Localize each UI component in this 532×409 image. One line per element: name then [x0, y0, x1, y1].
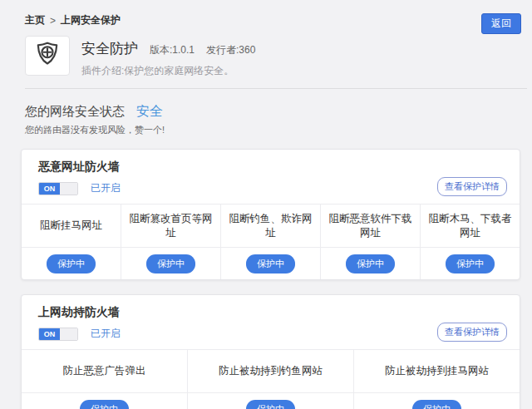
card-malicious-url-firewall: 恶意网址防火墙 ON 已开启 查看保护详情 阻断挂马网址 保护中 阻断篡改首页等… [21, 149, 520, 280]
plugin-title: 安全防护 [81, 39, 138, 58]
protection-label: 阻断挂马网址 [22, 204, 121, 248]
card-title: 上网劫持防火墙 [38, 305, 503, 320]
breadcrumb-current: 上网安全保护 [61, 13, 121, 27]
card-hijack-firewall: 上网劫持防火墙 ON 已开启 查看保护详情 防止恶意广告弹出 保护中 防止被劫持… [21, 294, 520, 409]
protecting-status-badge[interactable]: 保护中 [246, 254, 295, 273]
shield-plus-icon [33, 40, 62, 71]
protection-label: 阻断钓鱼、欺诈网址 [221, 204, 320, 248]
protection-cell: 阻断挂马网址 保护中 [22, 204, 121, 279]
protection-label: 防止被劫持到钓鱼网站 [188, 350, 353, 393]
protection-label: 防止恶意广告弹出 [22, 350, 187, 393]
protection-cell: 阻断木马、下载者网址 保护中 [420, 204, 520, 279]
security-status-label: 您的网络安全状态 [25, 104, 125, 120]
protection-cell: 防止恶意广告弹出 保护中 [22, 350, 187, 409]
protection-cell: 阻断篡改首页等网址 保护中 [121, 204, 220, 279]
protection-cell: 阻断恶意软件下载网址 保护中 [320, 204, 420, 279]
header-divider [25, 88, 527, 89]
protection-grid: 阻断挂马网址 保护中 阻断篡改首页等网址 保护中 阻断钓鱼、欺诈网址 保护中 阻… [22, 204, 520, 279]
protecting-status-badge[interactable]: 保护中 [412, 400, 461, 409]
protection-cell: 防止被劫持到挂马网站 保护中 [353, 350, 520, 409]
security-status-row: 您的网络安全状态 安全 [25, 103, 507, 121]
protection-label: 防止被劫持到挂马网站 [354, 350, 520, 393]
plugin-publisher: 发行者:360 [206, 43, 255, 57]
protection-label: 阻断篡改首页等网址 [121, 204, 220, 248]
protection-label: 阻断恶意软件下载网址 [321, 204, 420, 248]
toggle-track [60, 328, 77, 340]
protecting-status-badge[interactable]: 保护中 [346, 254, 395, 273]
protecting-status-badge[interactable]: 保护中 [80, 400, 129, 409]
firewall-toggle[interactable]: ON [38, 328, 78, 341]
plugin-icon-tile [25, 36, 70, 76]
protection-cell: 防止被劫持到钓鱼网站 保护中 [187, 350, 353, 409]
protecting-status-badge[interactable]: 保护中 [47, 254, 96, 273]
back-button[interactable]: 返回 [481, 13, 521, 34]
protecting-status-badge[interactable]: 保护中 [146, 254, 195, 273]
security-status-value: 安全 [136, 103, 163, 121]
plugin-version: 版本:1.0.1 [150, 43, 195, 57]
protection-cell: 阻断钓鱼、欺诈网址 保护中 [220, 204, 320, 279]
plugin-meta: 安全防护 版本:1.0.1 发行者:360 插件介绍:保护您的家庭网络安全。 [81, 36, 255, 78]
card-header: 上网劫持防火墙 ON 已开启 查看保护详情 [22, 295, 520, 349]
toggle-state-label: 已开启 [91, 327, 121, 341]
toggle-on-label: ON [39, 328, 60, 340]
breadcrumb-home[interactable]: 主页 [25, 13, 45, 27]
firewall-toggle[interactable]: ON [38, 182, 78, 195]
view-protection-details-button[interactable]: 查看保护详情 [437, 177, 507, 196]
plugin-header: 安全防护 版本:1.0.1 发行者:360 插件介绍:保护您的家庭网络安全。 [25, 36, 507, 78]
card-title: 恶意网址防火墙 [38, 160, 503, 175]
plugin-description: 插件介绍:保护您的家庭网络安全。 [81, 64, 255, 78]
toggle-on-label: ON [39, 183, 60, 195]
breadcrumb-separator: > [50, 15, 56, 27]
toggle-state-label: 已开启 [91, 181, 121, 195]
breadcrumb: 主页 > 上网安全保护 [0, 0, 532, 27]
protecting-status-badge[interactable]: 保护中 [246, 400, 295, 409]
protection-label: 阻断木马、下载者网址 [421, 204, 520, 248]
security-status-subtext: 您的路由器没有发现风险，赞一个! [25, 124, 507, 136]
view-protection-details-button[interactable]: 查看保护详情 [437, 323, 507, 342]
protecting-status-badge[interactable]: 保护中 [446, 254, 495, 273]
protection-grid: 防止恶意广告弹出 保护中 防止被劫持到钓鱼网站 保护中 防止被劫持到挂马网站 保… [22, 349, 520, 409]
card-header: 恶意网址防火墙 ON 已开启 查看保护详情 [22, 150, 520, 204]
toggle-track [60, 183, 77, 195]
